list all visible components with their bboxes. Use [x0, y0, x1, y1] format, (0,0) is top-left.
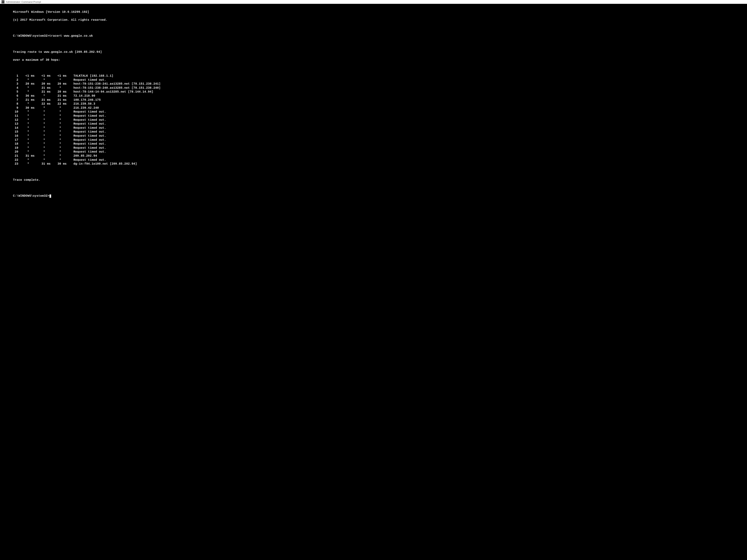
- hop-row: 21 31 ms * * 209.85.202.94: [13, 154, 746, 158]
- hop-time: *: [22, 86, 34, 90]
- hop-time: *: [54, 130, 66, 134]
- trace-header-2: over a maximum of 30 hops:: [13, 58, 746, 62]
- hop-time: 22 ms: [54, 102, 66, 106]
- hop-number: 10: [13, 110, 18, 114]
- hop-row: 10 * * * Request timed out.: [13, 110, 746, 114]
- hop-time: *: [38, 122, 50, 126]
- copyright-line: (c) 2017 Microsoft Corporation. All righ…: [13, 18, 746, 22]
- prompt-line[interactable]: C:\WINDOWS\system32>: [13, 194, 746, 198]
- hop-host: host-78-151-238-240.as13285.net [78.151.…: [73, 86, 160, 90]
- hop-time: *: [54, 86, 66, 90]
- hop-row: 20 * * * Request timed out.: [13, 150, 746, 154]
- hop-number: 14: [13, 126, 18, 130]
- prompt-path: C:\WINDOWS\system32>: [13, 34, 49, 37]
- hop-time: *: [38, 126, 50, 130]
- hop-time: *: [22, 102, 34, 106]
- hop-time: *: [38, 154, 50, 158]
- command-prompt-window: C:\ Administrator: Command Prompt Micros…: [0, 0, 747, 208]
- hop-time: 20 ms: [54, 82, 66, 86]
- hop-time: *: [54, 106, 66, 110]
- trace-complete: Trace complete.: [13, 178, 746, 182]
- hop-row: 3 20 ms 20 ms 20 mshost-78-151-238-241.a…: [13, 82, 746, 86]
- hop-time: *: [38, 78, 50, 82]
- hop-host: Request timed out.: [73, 122, 106, 126]
- hop-host: 216.239.42.240: [73, 106, 99, 110]
- hop-host: host-78-144-14-94.as13285.net [78.144.14…: [73, 90, 153, 94]
- hop-number: 12: [13, 118, 18, 122]
- hop-time: 20 ms: [22, 82, 34, 86]
- hop-time: *: [22, 162, 34, 166]
- hop-host: Request timed out.: [73, 158, 106, 162]
- hop-time: *: [54, 150, 66, 154]
- hops-list: 1 <1 ms <1 ms <1 msTALKTALK [192.168.1.1…: [13, 74, 746, 166]
- hop-number: 22: [13, 158, 18, 162]
- hop-number: 21: [13, 154, 18, 158]
- hop-time: *: [54, 110, 66, 114]
- hop-time: *: [22, 90, 34, 94]
- hop-row: 9 30 ms * * 216.239.42.240: [13, 106, 746, 110]
- hop-row: 6 36 ms * 21 ms72.14.218.90: [13, 94, 746, 98]
- hop-time: 21 ms: [38, 98, 50, 102]
- hop-time: *: [38, 106, 50, 110]
- hop-row: 2 * * * Request timed out.: [13, 78, 746, 82]
- hop-row: 11 * * * Request timed out.: [13, 114, 746, 118]
- hop-time: *: [22, 134, 34, 138]
- hop-time: *: [22, 118, 34, 122]
- hop-number: 7: [13, 98, 18, 102]
- hop-time: *: [22, 150, 34, 154]
- hop-time: *: [54, 122, 66, 126]
- hop-time: 30 ms: [54, 162, 66, 166]
- hop-number: 13: [13, 122, 18, 126]
- hop-time: *: [54, 154, 66, 158]
- command-line: C:\WINDOWS\system32>tracert www.google.c…: [13, 34, 746, 38]
- hop-time: *: [54, 118, 66, 122]
- hop-time: *: [54, 134, 66, 138]
- hop-number: 8: [13, 102, 18, 106]
- hop-time: *: [38, 142, 50, 146]
- hop-time: *: [54, 126, 66, 130]
- hop-host: Request timed out.: [73, 150, 106, 154]
- hop-number: 3: [13, 82, 18, 86]
- hop-time: 22 ms: [38, 102, 50, 106]
- cmd-icon: C:\: [1, 0, 4, 3]
- hop-time: *: [38, 138, 50, 142]
- hop-number: 23: [13, 162, 18, 166]
- hop-host: Request timed out.: [73, 118, 106, 122]
- hop-time: 21 ms: [38, 86, 50, 90]
- hop-number: 17: [13, 138, 18, 142]
- hop-row: 14 * * * Request timed out.: [13, 126, 746, 130]
- hop-host: 209.85.202.94: [73, 154, 97, 158]
- hop-number: 18: [13, 142, 18, 146]
- hop-time: 20 ms: [38, 82, 50, 86]
- hop-time: 21 ms: [54, 94, 66, 98]
- hop-time: *: [54, 78, 66, 82]
- hop-host: 72.14.218.90: [73, 94, 95, 98]
- hop-row: 1 <1 ms <1 ms <1 msTALKTALK [192.168.1.1…: [13, 74, 746, 78]
- hop-host: Request timed out.: [73, 142, 106, 146]
- hop-time: *: [54, 158, 66, 162]
- hop-time: *: [54, 114, 66, 118]
- hop-row: 12 * * * Request timed out.: [13, 118, 746, 122]
- hop-time: *: [22, 138, 34, 142]
- hop-time: *: [38, 146, 50, 150]
- hop-time: *: [38, 94, 50, 98]
- hop-host: Request timed out.: [73, 78, 106, 82]
- hop-time: *: [22, 126, 34, 130]
- prompt-path: C:\WINDOWS\system32>: [13, 194, 49, 198]
- hop-row: 23 * 31 ms 30 msdg-in-f94.1e100.net [209…: [13, 162, 746, 166]
- hop-number: 16: [13, 134, 18, 138]
- hop-time: *: [54, 138, 66, 142]
- window-title: Administrator: Command Prompt: [6, 1, 41, 3]
- hop-time: *: [38, 158, 50, 162]
- hop-time: 21 ms: [38, 90, 50, 94]
- trace-header-1: Tracing route to www.google.co.uk [209.8…: [13, 50, 746, 54]
- terminal-output[interactable]: Microsoft Windows [Version 10.0.16299.19…: [0, 4, 747, 208]
- hop-number: 9: [13, 106, 18, 110]
- hop-time: *: [38, 114, 50, 118]
- hop-number: 19: [13, 146, 18, 150]
- command-text: tracert www.google.co.uk: [49, 34, 93, 37]
- hop-row: 15 * * * Request timed out.: [13, 130, 746, 134]
- title-bar[interactable]: C:\ Administrator: Command Prompt: [0, 0, 747, 4]
- hop-number: 2: [13, 78, 18, 82]
- hop-row: 22 * * * Request timed out.: [13, 158, 746, 162]
